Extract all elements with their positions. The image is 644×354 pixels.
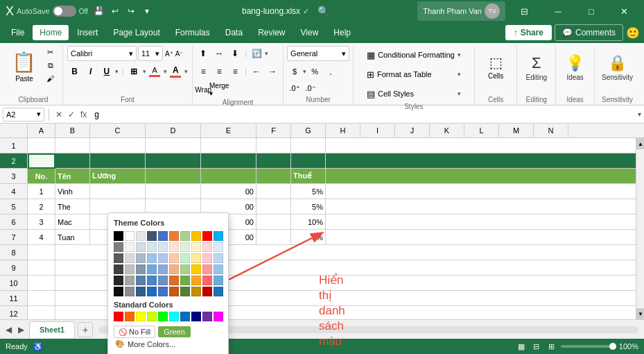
swatch-4-8[interactable] — [191, 264, 201, 274]
cell-a7[interactable]: 4 — [28, 230, 55, 245]
cell-rest-1[interactable] — [326, 138, 636, 153]
swatch-2-5[interactable] — [158, 242, 168, 252]
cell-g1[interactable] — [291, 138, 326, 153]
col-header-m[interactable]: M — [499, 124, 534, 137]
swatch-6-3[interactable] — [136, 287, 146, 296]
swatch-2-3[interactable] — [136, 242, 146, 252]
editing-button[interactable]: Σ Editing — [521, 46, 552, 89]
col-header-a[interactable]: A — [28, 124, 55, 137]
row-header-2[interactable]: 2 — [0, 153, 27, 169]
cell-b1[interactable] — [55, 138, 90, 153]
swatch-white[interactable] — [125, 231, 134, 241]
cell-f5[interactable] — [256, 199, 291, 214]
decrease-font-button[interactable]: A⁻ — [175, 50, 184, 58]
swatch-6-9[interactable] — [202, 287, 212, 296]
swatch-6-4[interactable] — [147, 287, 157, 296]
cell-a9[interactable] — [28, 260, 55, 276]
swatch-5-8[interactable] — [191, 276, 201, 285]
sheet-tab-sheet1[interactable]: Sheet1 — [29, 321, 75, 338]
std-cyan[interactable] — [169, 312, 179, 321]
maximize-icon[interactable]: □ — [577, 0, 605, 22]
cell-a8[interactable] — [28, 245, 55, 260]
cell-f4[interactable] — [256, 184, 291, 199]
cut-button[interactable]: ✂ — [42, 46, 59, 58]
std-yellow[interactable] — [136, 312, 146, 321]
col-header-h[interactable]: H — [326, 124, 360, 137]
swatch-4-6[interactable] — [169, 264, 179, 274]
border-arrow[interactable]: ▾ — [143, 68, 146, 75]
cell-rest-7[interactable] — [326, 230, 636, 245]
cell-g2[interactable] — [291, 153, 326, 169]
formula-input[interactable] — [92, 110, 635, 119]
row-header-1[interactable]: 1 — [0, 138, 27, 153]
cell-f7[interactable] — [256, 230, 291, 245]
cell-f1[interactable] — [256, 138, 291, 153]
wrap-text-button[interactable]: Wrap — [195, 82, 211, 97]
zoom-slider[interactable] — [561, 345, 616, 348]
font-name-selector[interactable]: Calibri ▾ — [67, 46, 137, 61]
fill-color-button[interactable]: A — [148, 64, 162, 79]
menu-help[interactable]: Help — [327, 25, 358, 40]
cell-e2[interactable] — [201, 153, 256, 169]
col-header-c[interactable]: C — [90, 124, 146, 137]
format-as-table-button[interactable]: ⊞ Format as Table ▾ — [364, 65, 464, 83]
menu-page-layout[interactable]: Page Layout — [106, 25, 166, 40]
bold-button[interactable]: B — [67, 64, 82, 79]
swatch-2-2[interactable] — [125, 242, 134, 252]
increase-decimal-button[interactable]: .0⁺ — [287, 81, 302, 96]
formula-expand-icon[interactable]: ▾ — [638, 110, 641, 118]
std-red[interactable] — [114, 312, 123, 321]
cell-f3[interactable] — [256, 169, 291, 184]
swatch-6-8[interactable] — [191, 287, 201, 296]
cell-rest-5[interactable] — [326, 199, 636, 214]
cell-rest-4[interactable] — [326, 184, 636, 199]
row-header-7[interactable]: 7 — [0, 230, 27, 245]
cell-c3[interactable]: Lương — [90, 169, 146, 184]
zoom-level[interactable]: 100% — [619, 342, 638, 351]
swatch-2-8[interactable] — [191, 242, 201, 252]
paste-button[interactable]: 📋 Paste — [8, 46, 41, 87]
cell-styles-button[interactable]: ▤ Cell Styles ▾ — [364, 85, 464, 103]
cell-b3[interactable]: Tên — [55, 169, 90, 184]
swatch-dark-blue[interactable] — [147, 231, 157, 241]
swatch-3-2[interactable] — [125, 253, 134, 263]
font-size-selector[interactable]: 11 ▾ — [138, 46, 163, 61]
col-header-k[interactable]: K — [430, 124, 464, 137]
swatch-5-10[interactable] — [214, 276, 223, 285]
row-header-11[interactable]: 11 — [0, 291, 27, 306]
swatch-red[interactable] — [202, 231, 212, 241]
cell-rest-6[interactable] — [326, 214, 636, 230]
std-green[interactable] — [158, 312, 168, 321]
cell-a4[interactable]: 1 — [28, 184, 55, 199]
swatch-2-4[interactable] — [147, 242, 157, 252]
swatch-2-1[interactable] — [114, 242, 123, 252]
add-sheet-button[interactable]: + — [78, 322, 93, 337]
cell-e1[interactable] — [201, 138, 256, 153]
scroll-sheets-right-icon[interactable]: ▶ — [15, 324, 26, 335]
font-color-arrow[interactable]: ▾ — [184, 68, 188, 75]
row-header-5[interactable]: 5 — [0, 199, 27, 214]
swatch-orange[interactable] — [169, 231, 179, 241]
std-lime[interactable] — [147, 312, 157, 321]
menu-insert[interactable]: Insert — [70, 25, 105, 40]
cell-g3[interactable]: Thuế — [291, 169, 326, 184]
swatch-gold[interactable] — [191, 231, 201, 241]
cell-e4[interactable]: 00 — [201, 184, 256, 199]
merge-button[interactable]: Merge ▾ — [211, 82, 227, 97]
col-header-d[interactable]: D — [146, 124, 201, 137]
swatch-6-1[interactable] — [114, 287, 123, 296]
col-header-i[interactable]: I — [360, 124, 395, 137]
sensitivity-button[interactable]: 🔒 Sensitivity — [602, 46, 633, 89]
swatch-2-6[interactable] — [169, 242, 179, 252]
redo-icon[interactable]: ↪ — [124, 4, 138, 18]
fill-color-arrow[interactable]: ▾ — [164, 68, 167, 75]
cell-a2[interactable] — [28, 153, 55, 169]
autosave-toggle[interactable] — [53, 6, 76, 17]
cell-c4[interactable] — [90, 184, 146, 199]
cell-reference-box[interactable]: A2 ▾ — [3, 108, 44, 121]
swatch-sky-blue[interactable] — [214, 231, 223, 241]
swatch-6-2[interactable] — [125, 287, 134, 296]
swatch-2-10[interactable] — [214, 242, 223, 252]
cell-d4[interactable] — [146, 184, 201, 199]
cell-c2[interactable] — [90, 153, 146, 169]
